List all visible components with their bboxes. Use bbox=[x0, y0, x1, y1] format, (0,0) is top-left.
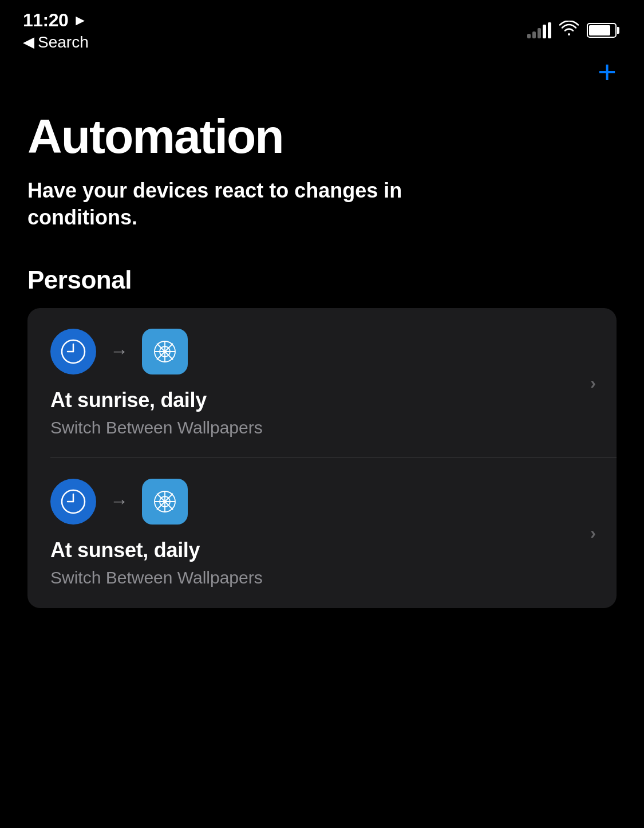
status-left: 11:20 ► ◀ Search bbox=[23, 10, 89, 52]
status-bar: 11:20 ► ◀ Search bbox=[0, 0, 644, 50]
back-label: Search bbox=[38, 33, 89, 52]
automation-item-sunset[interactable]: → At sunset, daily Switch Between Wallpa… bbox=[27, 458, 617, 608]
nav-bar: + bbox=[0, 50, 644, 100]
signal-icon bbox=[527, 22, 551, 38]
time-display: 11:20 bbox=[23, 10, 68, 31]
signal-bar-4 bbox=[543, 25, 546, 38]
chevron-right-icon-sunrise: › bbox=[590, 373, 596, 393]
status-time: 11:20 ► bbox=[23, 10, 89, 31]
shortcuts-icon-sunrise bbox=[142, 329, 188, 374]
signal-bar-3 bbox=[538, 28, 541, 38]
battery-icon bbox=[587, 23, 617, 38]
automation-trigger-sunset: At sunset, daily bbox=[50, 538, 594, 562]
signal-bar-2 bbox=[532, 31, 536, 38]
main-content: Automation Have your devices react to ch… bbox=[0, 100, 644, 608]
automation-icons-sunset: → bbox=[50, 479, 594, 525]
add-automation-button[interactable]: + bbox=[598, 56, 617, 88]
automation-icons-sunrise: → bbox=[50, 329, 594, 374]
automation-trigger-sunrise: At sunrise, daily bbox=[50, 388, 594, 412]
back-navigation[interactable]: ◀ Search bbox=[23, 33, 89, 52]
arrow-icon-sunrise: → bbox=[110, 341, 128, 362]
signal-bar-5 bbox=[548, 22, 551, 38]
status-right bbox=[527, 21, 617, 41]
automation-action-sunset: Switch Between Wallpapers bbox=[50, 568, 594, 588]
automation-item-sunrise[interactable]: → At sunrise, daily Switch Between Wallp… bbox=[27, 308, 617, 458]
signal-bar-1 bbox=[527, 34, 531, 38]
wifi-icon bbox=[559, 21, 579, 41]
section-personal-title: Personal bbox=[27, 266, 617, 294]
page-subtitle: Have your devices react to changes in co… bbox=[27, 178, 457, 231]
arrow-icon-sunset: → bbox=[110, 491, 128, 512]
page-title: Automation bbox=[27, 111, 617, 161]
clock-icon-sunset bbox=[50, 479, 96, 525]
chevron-right-icon-sunset: › bbox=[590, 523, 596, 543]
location-arrow-icon: ► bbox=[73, 11, 87, 29]
automation-action-sunrise: Switch Between Wallpapers bbox=[50, 418, 594, 437]
automation-card: → At sunrise, daily Switch Between Wallp… bbox=[27, 308, 617, 608]
back-chevron-icon: ◀ bbox=[23, 33, 34, 51]
shortcuts-icon-sunset bbox=[142, 479, 188, 525]
clock-icon-sunrise bbox=[50, 329, 96, 374]
